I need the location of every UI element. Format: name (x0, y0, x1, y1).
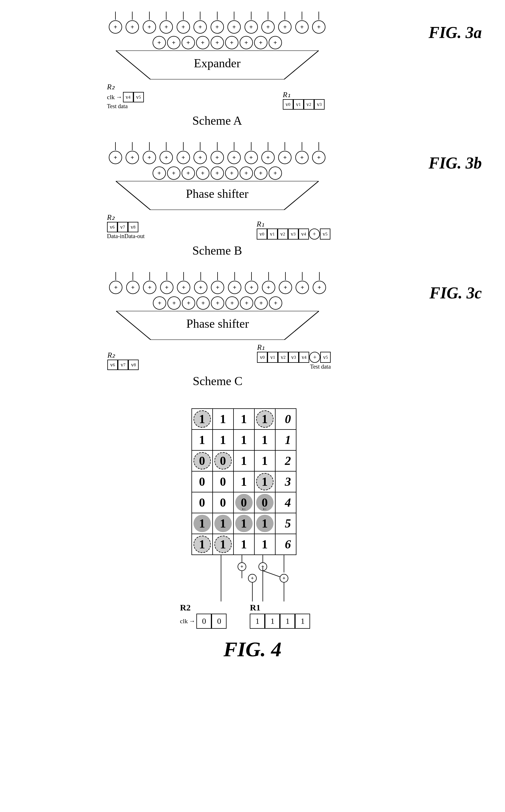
table-row: 0 0 0 ← 0 ← 4 (192, 492, 296, 513)
test-data-label-3a: Test data (107, 103, 128, 110)
r2-cell-0: v4 (123, 92, 133, 103)
matrix-cell: 1 (192, 534, 213, 555)
xor-cell (255, 296, 268, 310)
r2-cell: 0 (196, 614, 211, 629)
r1-cell: v0 (257, 228, 267, 239)
matrix-cell: 1 (255, 429, 275, 450)
r2-label-3c: R₂ (107, 351, 115, 360)
r1-cell: v1 (268, 352, 278, 363)
r1-cell: 1 (265, 614, 280, 629)
matrix-cell: 1 (192, 409, 213, 429)
fig4-label: FIG. 4 (223, 637, 281, 661)
xor-cell (269, 296, 282, 310)
xor-cell (211, 20, 224, 34)
matrix-cell: 0 (192, 450, 213, 471)
svg-text:+: + (250, 575, 254, 581)
r2-registers-4: 0 0 (196, 614, 226, 629)
xor-cell (211, 296, 224, 310)
matrix-cell: 0 (213, 450, 233, 471)
xor-cell (160, 20, 173, 34)
xor-cell (254, 167, 268, 180)
table-row: 1 1 1 1 1 (192, 429, 296, 450)
xor-cell (182, 167, 195, 180)
xor-cell (167, 36, 180, 49)
fig4-section: 1 1 1 1 0 1 1 1 1 1 (23, 408, 482, 661)
r1-cell: v5 (320, 228, 330, 239)
xor-cell (227, 151, 241, 164)
r1-registers-3a: v0 v1 v2 v3 (283, 99, 325, 110)
xor-cell (126, 281, 140, 294)
xor-cell (211, 151, 224, 164)
matrix-cell: 1 (233, 534, 255, 555)
fig3a-diagram: Expander R₂ clk → v4 v5 Test data (23, 12, 411, 128)
matrix-cell: 0 (192, 492, 213, 513)
phase-shifter-3c-trapezoid (116, 311, 319, 340)
r1-xor-cell: + (309, 228, 320, 239)
xor-cell (193, 151, 207, 164)
row-index: 3 (275, 471, 296, 492)
r1-cell: v2 (278, 352, 288, 363)
xor-cell (227, 20, 241, 34)
xor-cell (225, 296, 239, 310)
row-index: 1 (275, 429, 296, 450)
scheme-a-label: Scheme A (192, 114, 242, 128)
r2-cell-1: v5 (133, 92, 144, 103)
matrix-cell: 1 (255, 534, 275, 555)
scheme-c-label: Scheme C (193, 374, 242, 388)
xor-cell (261, 151, 275, 164)
xor-cell (196, 36, 209, 49)
xor-cell (295, 151, 309, 164)
r2-label-3a: R₂ (107, 82, 115, 91)
xor-cell (177, 20, 190, 34)
r1-registers-4: 1 1 1 1 (250, 614, 310, 629)
r2-registers-3b: v6 v7 v8 (107, 222, 138, 232)
r1-cell: v4 (299, 352, 309, 363)
xor-cell (269, 167, 282, 180)
xor-cell (261, 20, 275, 34)
row-index: 2 (275, 450, 296, 471)
r1-cell: v5 (320, 352, 331, 363)
svg-marker-0 (116, 50, 319, 79)
phase-shifter-3b-trapezoid (116, 181, 319, 210)
r1-cell: 1 (250, 614, 265, 629)
svg-marker-2 (116, 311, 319, 340)
xor-cell (109, 151, 122, 164)
r2-label-3b: R₂ (107, 213, 115, 222)
fig3a-section: Expander R₂ clk → v4 v5 Test data (23, 12, 482, 128)
xor-cell (160, 151, 173, 164)
xor-cell (312, 151, 325, 164)
xor-cell (225, 167, 238, 180)
matrix-cell: 0 ← (233, 492, 255, 513)
xor-cell (126, 20, 139, 34)
xor-cell (228, 281, 241, 294)
xor-cell (239, 36, 253, 49)
clk-label-4: clk (180, 617, 188, 625)
fig3b-section: Phase shifter R₂ v6 v7 v8 Data-in Data- (23, 142, 482, 257)
r1-registers-3b: v0 v1 v2 v3 v4 + v5 (257, 228, 330, 239)
xor-cell (196, 167, 209, 180)
fig3c-label: FIG. 3c (430, 283, 482, 302)
clk-label-3a: clk (107, 93, 115, 101)
xor-cell (244, 20, 258, 34)
xor-cell (143, 20, 156, 34)
xor-cell (153, 167, 166, 180)
matrix-cell: 0 (192, 471, 213, 492)
svg-marker-1 (116, 181, 319, 210)
fig3c-diagram: Phase shifter R₂ v6 v7 v8 R₁ v0 (23, 272, 412, 388)
test-data-label-3c: Test data (257, 363, 331, 370)
r1-cell: v3 (288, 352, 299, 363)
table-row: 0 0 1 1 3 (192, 471, 296, 492)
xor-cell (194, 281, 207, 294)
xor-cell (312, 20, 325, 34)
matrix-cell: 1 (233, 429, 255, 450)
xor-cell (244, 151, 258, 164)
xor-cell (109, 281, 122, 294)
xor-cell (279, 281, 292, 294)
r1-label-3b: R₁ (257, 220, 264, 228)
xor-cell (211, 167, 224, 180)
r1-registers-3c: v0 v1 v2 v3 v4 + v5 (257, 352, 331, 363)
r1-label-4: R1 (250, 603, 261, 612)
matrix-cell: 1 (233, 450, 255, 471)
matrix-cell: 1 (213, 409, 233, 429)
xor-cell (211, 36, 224, 49)
